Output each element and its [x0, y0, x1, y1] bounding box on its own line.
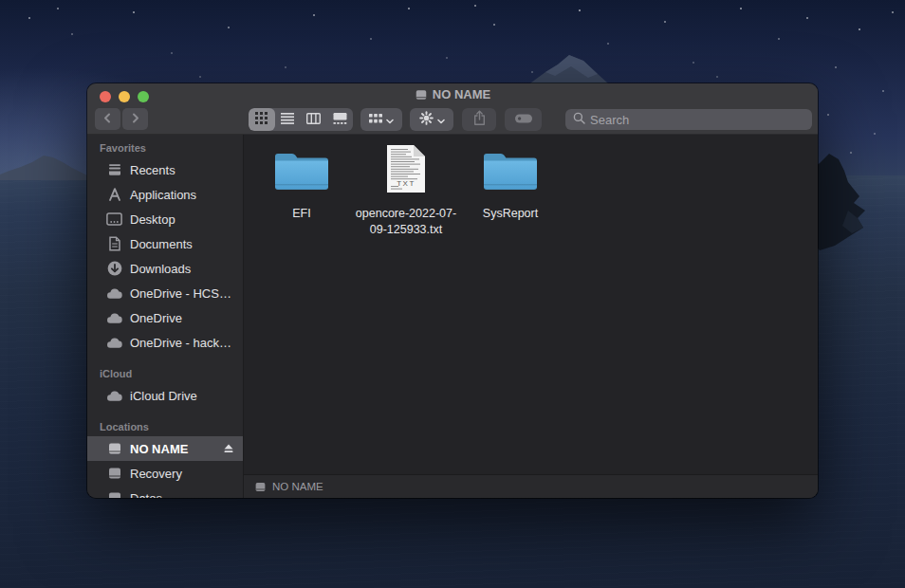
column-view-button[interactable] — [301, 108, 327, 131]
group-by-button[interactable] — [360, 108, 402, 131]
sidebar-item-datos[interactable]: Datos — [87, 486, 243, 498]
status-bar: NO NAME — [244, 474, 818, 498]
tag-button[interactable] — [505, 108, 542, 131]
cliff-silhouette — [814, 154, 905, 266]
applications-icon — [106, 187, 122, 203]
column-view-icon — [306, 111, 321, 128]
disk-icon — [106, 466, 122, 482]
tag-icon — [514, 111, 533, 128]
icon-view-button[interactable] — [249, 108, 275, 131]
chevron-right-icon — [129, 111, 141, 128]
sidebar-item-downloads[interactable]: Downloads — [87, 256, 243, 281]
sidebar-item-documents[interactable]: Documents — [87, 231, 243, 256]
file-item-opencore-log[interactable]: TXT opencore-2022-07-09-125933.txt — [354, 148, 458, 237]
sidebar-item-icloud-drive[interactable]: iCloud Drive — [87, 383, 243, 408]
recents-icon — [106, 162, 122, 178]
desktop-icon — [106, 211, 122, 228]
eject-button[interactable] — [223, 443, 234, 454]
disk-icon[interactable] — [254, 481, 267, 493]
disk-icon — [106, 490, 122, 499]
sidebar-section-icloud: iCloud — [100, 368, 243, 379]
disk-icon — [106, 441, 122, 457]
share-icon — [472, 110, 487, 130]
search-icon — [573, 111, 585, 128]
content-area: EFI — [244, 135, 818, 498]
chevron-left-icon — [102, 111, 114, 128]
sidebar-item-label: iCloud Drive — [130, 389, 197, 403]
gallery-view-icon — [333, 111, 347, 128]
search-input[interactable] — [590, 113, 804, 127]
wallpaper-stars — [0, 0, 2, 2]
cloud-icon — [106, 285, 122, 302]
folder-icon — [274, 149, 329, 197]
sidebar-item-label: Datos — [130, 491, 162, 499]
toolbar — [87, 107, 818, 135]
disk-icon — [415, 88, 428, 101]
finder-window: NO NAME — [87, 83, 818, 498]
window-title-text: NO NAME — [433, 87, 490, 101]
sidebar-item-label: Applications — [130, 188, 196, 202]
cloud-icon — [106, 310, 122, 326]
sidebar-item-label: OneDrive - HCS… — [130, 286, 231, 301]
file-name: SysReport — [483, 206, 538, 222]
share-button[interactable] — [462, 108, 496, 131]
sidebar-item-label: OneDrive - hack… — [130, 336, 231, 350]
gallery-view-button[interactable] — [327, 108, 354, 131]
file-grid[interactable]: EFI — [244, 135, 818, 474]
sidebar-item-label: Recovery — [130, 467, 182, 481]
sidebar-item-label: NO NAME — [130, 442, 188, 456]
window-title: NO NAME — [87, 87, 818, 101]
sidebar-section-favorites: Favorites — [100, 142, 243, 154]
chevron-down-icon — [386, 111, 394, 128]
file-item-sysreport[interactable]: SysReport — [458, 148, 563, 222]
cloud-icon — [106, 335, 122, 351]
gear-icon — [419, 111, 434, 129]
svg-text:TXT: TXT — [397, 179, 416, 188]
sidebar-item-no-name[interactable]: NO NAME — [87, 436, 243, 461]
file-item-efi[interactable]: EFI — [249, 148, 354, 222]
file-name: opencore-2022-07-09-125933.txt — [355, 206, 457, 237]
file-name: EFI — [292, 206, 310, 222]
sidebar-item-onedrive-hcs[interactable]: OneDrive - HCS… — [87, 281, 243, 305]
sidebar-section-locations: Locations — [100, 421, 243, 432]
window-body: Favorites Recents Applications Desktop — [87, 135, 818, 498]
list-view-button[interactable] — [275, 108, 302, 131]
back-button[interactable] — [95, 108, 120, 130]
sidebar-item-label: Documents — [130, 237, 193, 251]
sidebar-item-desktop[interactable]: Desktop — [87, 207, 243, 231]
chevron-down-icon — [437, 111, 445, 128]
sidebar-item-onedrive-hack[interactable]: OneDrive - hack… — [87, 330, 243, 355]
sidebar-item-label: Recents — [130, 163, 175, 177]
sidebar-item-label: Downloads — [130, 262, 191, 276]
sidebar-item-recents[interactable]: Recents — [87, 157, 243, 182]
group-by-icon — [369, 111, 382, 128]
island-silhouette — [0, 142, 87, 180]
documents-icon — [106, 236, 122, 252]
forward-button[interactable] — [122, 108, 148, 130]
icon-view-icon — [255, 111, 268, 128]
view-mode-switcher — [249, 108, 353, 131]
downloads-icon — [106, 261, 122, 277]
sidebar-item-applications[interactable]: Applications — [87, 182, 243, 207]
title-bar[interactable]: NO NAME — [87, 83, 818, 135]
txt-file-icon: TXT — [386, 144, 426, 197]
cloud-icon — [106, 388, 122, 404]
sidebar-item-label: Desktop — [130, 212, 175, 227]
action-button[interactable] — [410, 108, 453, 131]
sidebar: Favorites Recents Applications Desktop — [87, 135, 244, 498]
folder-icon — [483, 149, 538, 197]
sidebar-item-label: OneDrive — [130, 311, 182, 325]
search-field[interactable] — [565, 109, 812, 130]
sidebar-item-recovery[interactable]: Recovery — [87, 461, 243, 486]
list-view-icon — [281, 111, 294, 128]
sidebar-item-onedrive[interactable]: OneDrive — [87, 305, 243, 330]
status-bar-path-label[interactable]: NO NAME — [272, 481, 323, 492]
